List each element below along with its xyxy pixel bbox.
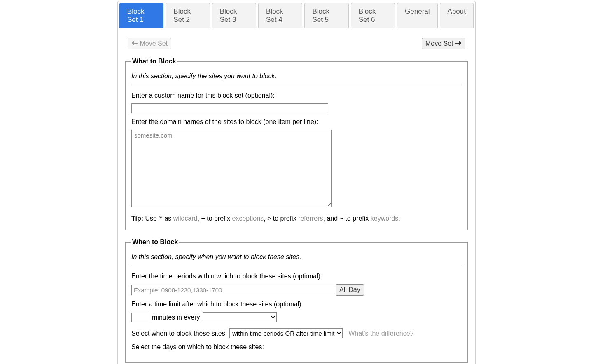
domains-textarea[interactable] <box>131 130 332 207</box>
tip-gt: , > to prefix <box>264 215 298 222</box>
time-limit-label: Enter a time limit after which to block … <box>131 301 462 308</box>
divider <box>131 85 462 85</box>
tip-label: Tip: <box>131 215 143 222</box>
wildcard-link[interactable]: wildcard <box>173 215 198 222</box>
when-to-block-fieldset: When to Block In this section, specify w… <box>125 238 468 363</box>
tab-content: 🠄 Move Set Move Set 🠆 What to Block In t… <box>119 28 474 363</box>
tip-tilde: , and ~ to prefix <box>323 215 371 222</box>
keywords-link[interactable]: keywords <box>371 215 399 222</box>
minutes-input[interactable] <box>131 313 149 322</box>
tab-about[interactable]: About <box>440 3 474 28</box>
minutes-text: minutes in every <box>152 314 200 321</box>
period-select[interactable] <box>203 312 277 322</box>
when-to-block-description: In this section, specify when you want t… <box>131 253 462 261</box>
move-set-row: 🠄 Move Set Move Set 🠆 <box>125 38 468 49</box>
custom-name-label: Enter a custom name for this block set (… <box>131 92 462 99</box>
when-select[interactable]: within time periods OR after time limit <box>229 328 343 338</box>
tip-text: Tip: Use * as wildcard, + to prefix exce… <box>131 215 462 222</box>
tab-block-set-5[interactable]: Block Set 5 <box>304 3 348 28</box>
tip-plus: , + to prefix <box>198 215 232 222</box>
domains-label: Enter the domain names of the sites to b… <box>131 118 462 126</box>
move-set-left-button: 🠄 Move Set <box>128 38 171 49</box>
tip-end: . <box>398 215 400 222</box>
options-panel: Block Set 1 Block Set 2 Block Set 3 Bloc… <box>117 1 476 364</box>
custom-name-input[interactable] <box>131 103 328 113</box>
referrers-link[interactable]: referrers <box>298 215 323 222</box>
exceptions-link[interactable]: exceptions <box>232 215 264 222</box>
tab-general[interactable]: General <box>397 3 437 28</box>
tip-use: Use <box>143 215 159 222</box>
days-label: Select the days on which to block these … <box>131 343 462 351</box>
tab-block-set-3[interactable]: Block Set 3 <box>212 3 256 28</box>
what-to-block-fieldset: What to Block In this section, specify t… <box>125 58 468 230</box>
tab-bar: Block Set 1 Block Set 2 Block Set 3 Bloc… <box>119 3 474 28</box>
time-periods-label: Enter the time periods within which to b… <box>131 273 462 280</box>
when-select-label: Select when to block these sites: <box>131 330 227 337</box>
tip-as: as <box>163 215 173 222</box>
all-day-button[interactable]: All Day <box>336 284 364 296</box>
tab-block-set-2[interactable]: Block Set 2 <box>166 3 210 28</box>
tip-star: * <box>159 215 163 222</box>
tab-block-set-1[interactable]: Block Set 1 <box>119 3 163 28</box>
when-to-block-legend: When to Block <box>131 238 179 246</box>
tab-block-set-4[interactable]: Block Set 4 <box>258 3 302 28</box>
divider <box>131 266 462 266</box>
whats-difference-link[interactable]: What's the difference? <box>348 330 413 337</box>
move-set-right-button[interactable]: Move Set 🠆 <box>422 38 465 49</box>
what-to-block-description: In this section, specify the sites you w… <box>131 72 462 80</box>
time-periods-input[interactable] <box>131 285 333 295</box>
what-to-block-legend: What to Block <box>131 58 177 65</box>
tab-block-set-6[interactable]: Block Set 6 <box>351 3 395 28</box>
